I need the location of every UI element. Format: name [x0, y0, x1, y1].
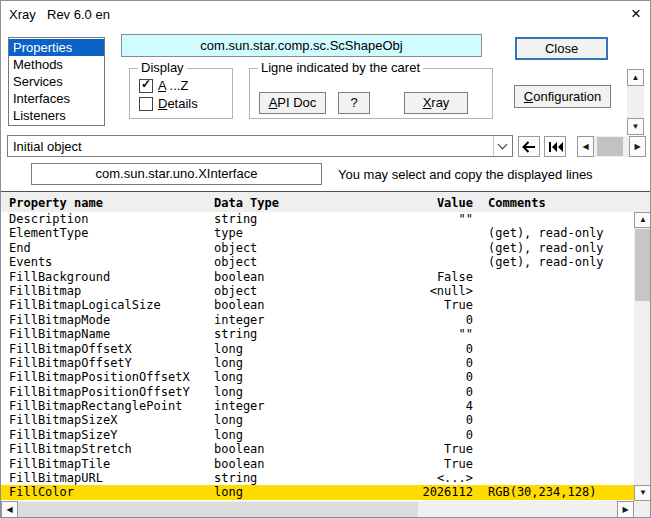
cell-name: FillBackground — [9, 270, 110, 284]
scroll-right-button[interactable]: ▶ — [617, 501, 634, 518]
cell-name: Events — [9, 255, 52, 269]
left-arrow-icon: ◀ — [6, 506, 12, 514]
first-object-button[interactable] — [544, 136, 566, 157]
xray-button-label: Xray — [423, 93, 450, 113]
column-header-data-type: Data Type — [214, 196, 279, 210]
table-row[interactable]: FillBackgroundbooleanFalse — [1, 270, 634, 284]
az-checkbox-label: A ...Z — [158, 78, 188, 93]
help-button[interactable]: ? — [338, 92, 370, 114]
cell-type: type — [214, 226, 243, 240]
table-row[interactable]: FillBitmapURLstring<...> — [1, 471, 634, 485]
table-row[interactable]: FillBitmapSizeYlong0 — [1, 428, 634, 442]
table-row[interactable]: FillBitmapOffsetYlong0 — [1, 356, 634, 370]
table-row[interactable]: FillBitmapPositionOffsetXlong0 — [1, 370, 634, 384]
cell-value: True — [323, 298, 473, 312]
scrollbar-thumb[interactable] — [597, 137, 623, 156]
dialog-horizontal-scrollbar[interactable]: ◀ ▶ — [577, 136, 646, 157]
window-revision: Rev 6.0 en — [47, 7, 110, 22]
cell-name: FillBitmapLogicalSize — [9, 298, 161, 312]
scroll-left-button[interactable]: ◀ — [1, 501, 18, 518]
cell-type: object — [214, 284, 257, 298]
cell-name: FillBitmapPositionOffsetX — [9, 370, 190, 384]
left-arrow-icon: ◀ — [582, 143, 588, 151]
table-row[interactable]: Descriptionstring"" — [1, 212, 634, 226]
scroll-left-button[interactable]: ◀ — [577, 136, 594, 157]
xray-button[interactable]: Xray — [404, 92, 468, 114]
down-arrow-icon: ▼ — [632, 123, 640, 131]
scroll-up-button[interactable]: ▲ — [634, 212, 651, 228]
scroll-up-button[interactable]: ▲ — [627, 69, 644, 86]
listbox-item-properties[interactable]: Properties — [9, 39, 104, 56]
chevron-down-icon — [498, 140, 508, 150]
listbox-item-listeners[interactable]: Listeners — [9, 107, 104, 124]
previous-object-button[interactable] — [518, 136, 540, 157]
table-row[interactable]: FillBitmapRectanglePointinteger4 — [1, 399, 634, 413]
table-row[interactable]: FillBitmapPositionOffsetYlong0 — [1, 385, 634, 399]
cell-value: 0 — [323, 313, 473, 327]
table-vertical-scrollbar[interactable]: ▲ ▼ — [634, 212, 651, 501]
window-close-icon[interactable]: × — [625, 3, 647, 25]
api-doc-button[interactable]: API Doc — [259, 92, 326, 114]
table-row[interactable]: FillBitmapNamestring"" — [1, 327, 634, 341]
cell-value: False — [323, 270, 473, 284]
cell-value: 0 — [323, 356, 473, 370]
combobox-value: Initial object — [13, 139, 82, 154]
listbox-item-interfaces[interactable]: Interfaces — [9, 90, 104, 107]
cell-name: ElementType — [9, 226, 88, 240]
up-arrow-icon: ▲ — [632, 74, 640, 82]
scroll-down-button[interactable]: ▼ — [627, 118, 644, 135]
table-row[interactable]: FillBitmapStretchbooleanTrue — [1, 442, 634, 456]
cell-value: 2026112 — [323, 485, 473, 499]
details-checkbox[interactable]: Details — [139, 96, 198, 111]
cell-type: string — [214, 471, 257, 485]
xray-window: Xray Rev 6.0 en × Properties Methods Ser… — [0, 0, 651, 518]
table-row[interactable]: FillBitmapLogicalSizebooleanTrue — [1, 298, 634, 312]
listbox-item-services[interactable]: Services — [9, 73, 104, 90]
cell-value: 0 — [323, 413, 473, 427]
combobox-dropdown-button[interactable] — [493, 136, 512, 156]
object-name-field[interactable]: com.sun.star.comp.sc.ScShapeObj — [121, 34, 482, 57]
details-checkbox-label: Details — [158, 96, 198, 111]
scrollbar-thumb[interactable] — [635, 229, 651, 301]
dialog-vertical-scrollbar[interactable]: ▲ ▼ — [627, 69, 644, 135]
configuration-button[interactable]: Configuration — [514, 85, 611, 108]
table-row[interactable]: ElementTypetype(get), read-only — [1, 226, 634, 240]
cell-value: "" — [323, 327, 473, 341]
cell-value: True — [323, 442, 473, 456]
table-row[interactable]: FillBitmapobject<null> — [1, 284, 634, 298]
cell-name: FillColor — [9, 485, 74, 499]
table-row[interactable]: FillBitmapOffsetXlong0 — [1, 342, 634, 356]
down-arrow-icon: ▼ — [639, 489, 647, 497]
category-listbox: Properties Methods Services Interfaces L… — [8, 37, 105, 126]
cell-comment: (get), read-only — [488, 226, 604, 240]
cell-type: boolean — [214, 270, 265, 284]
table-row[interactable]: FillBitmapSizeXlong0 — [1, 413, 634, 427]
table-row[interactable]: FillBitmapTilebooleanTrue — [1, 457, 634, 471]
table-row[interactable]: FillBitmapModeinteger0 — [1, 313, 634, 327]
close-button-label: Close — [545, 41, 578, 56]
close-button[interactable]: Close — [515, 37, 608, 60]
scrollbar-thumb[interactable] — [18, 502, 418, 518]
column-header-comments: Comments — [488, 196, 546, 210]
cell-name: End — [9, 241, 31, 255]
cell-type: long — [214, 485, 243, 499]
initial-object-combobox[interactable]: Initial object — [7, 135, 513, 157]
property-table-header: Property name Data Type Value Comments — [1, 191, 651, 212]
interface-name-field[interactable]: com.sun.star.uno.XInterface — [31, 163, 322, 185]
table-row[interactable]: Endobject(get), read-only — [1, 241, 634, 255]
table-row[interactable]: FillColorlong2026112RGB(30,234,128) — [1, 485, 634, 499]
scroll-down-button[interactable]: ▼ — [634, 485, 651, 501]
column-header-value: Value — [323, 196, 473, 210]
skip-to-start-icon — [548, 142, 563, 152]
cell-value: 0 — [323, 428, 473, 442]
checkbox-unchecked-icon — [139, 97, 153, 111]
scroll-right-button[interactable]: ▶ — [629, 136, 646, 157]
az-checkbox[interactable]: ✓ A ...Z — [139, 78, 188, 93]
table-horizontal-scrollbar[interactable]: ◀ ▶ — [1, 501, 634, 518]
listbox-item-methods[interactable]: Methods — [9, 56, 104, 73]
cell-name: FillBitmapSizeX — [9, 413, 117, 427]
back-arrow-icon — [522, 141, 536, 153]
table-row[interactable]: Eventsobject(get), read-only — [1, 255, 634, 269]
cell-name: FillBitmapName — [9, 327, 110, 341]
cell-type: boolean — [214, 457, 265, 471]
